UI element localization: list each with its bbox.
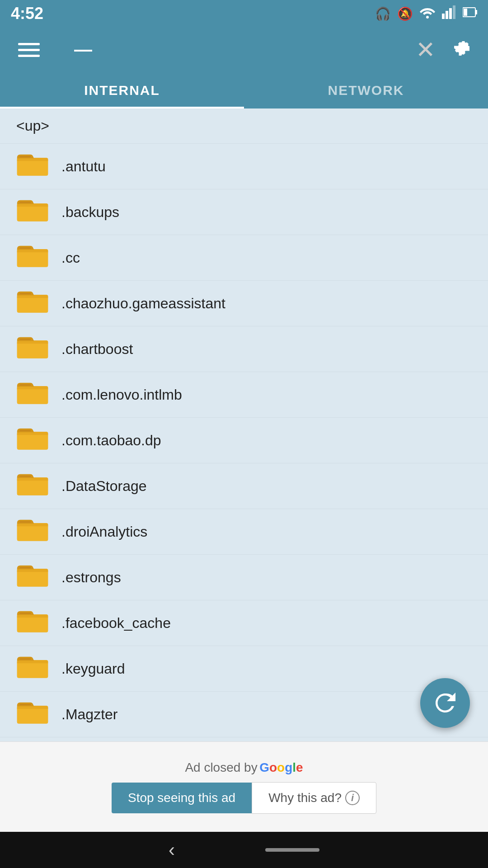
tab-internal-label: INTERNAL xyxy=(84,83,160,98)
folder-icon xyxy=(16,150,49,183)
list-item[interactable]: .Magzter xyxy=(0,692,488,737)
stop-seeing-button[interactable]: Stop seeing this ad xyxy=(112,783,252,813)
refresh-icon xyxy=(432,690,458,716)
tabs: INTERNAL NETWORK xyxy=(0,72,488,108)
folder-icon xyxy=(16,698,49,731)
tab-internal[interactable]: INTERNAL xyxy=(0,72,244,108)
svg-rect-37 xyxy=(17,478,48,495)
folder-name: .antutu xyxy=(61,158,106,175)
ad-google-text: Google xyxy=(259,760,303,775)
settings-button[interactable] xyxy=(450,36,474,63)
breadcrumb-indicator xyxy=(74,50,92,52)
list-item[interactable]: .antutu xyxy=(0,144,488,189)
tab-network-label: NETWORK xyxy=(328,83,404,98)
folder-icon xyxy=(16,196,49,228)
up-item[interactable]: <up> xyxy=(0,108,488,144)
folder-icon xyxy=(16,241,49,274)
fab-refresh-button[interactable] xyxy=(420,678,470,728)
toolbar: ✕ xyxy=(0,27,488,72)
svg-rect-49 xyxy=(17,615,48,632)
svg-rect-11 xyxy=(19,156,31,157)
list-item[interactable]: .backups xyxy=(0,189,488,235)
folder-icon xyxy=(16,470,49,502)
svg-rect-18 xyxy=(17,250,48,252)
svg-rect-35 xyxy=(19,430,31,431)
ad-closed-text: Ad closed by xyxy=(185,760,257,775)
folder-icon xyxy=(16,287,49,320)
folder-name: .backups xyxy=(61,204,119,221)
svg-rect-31 xyxy=(19,384,31,386)
svg-rect-21 xyxy=(17,296,48,313)
svg-rect-4 xyxy=(453,5,455,19)
folder-name: .com.lenovo.intlmb xyxy=(61,387,182,403)
svg-rect-9 xyxy=(17,159,48,176)
list-item[interactable]: .com.lenovo.intlmb xyxy=(0,372,488,418)
hamburger-line-3 xyxy=(18,55,40,57)
svg-rect-14 xyxy=(17,204,48,207)
folder-name: .cc xyxy=(61,250,80,266)
svg-rect-34 xyxy=(17,433,48,435)
hamburger-line-1 xyxy=(18,43,40,45)
svg-rect-27 xyxy=(19,339,31,340)
svg-rect-42 xyxy=(17,524,48,526)
svg-rect-38 xyxy=(17,478,48,481)
svg-point-0 xyxy=(426,16,429,19)
hamburger-line-2 xyxy=(18,49,40,51)
list-item[interactable]: .cc xyxy=(0,235,488,281)
svg-rect-50 xyxy=(17,615,48,618)
svg-rect-30 xyxy=(17,387,48,389)
close-button[interactable]: ✕ xyxy=(416,38,436,61)
folder-icon xyxy=(16,561,49,594)
folders-container: .antutu .backups xyxy=(0,144,488,737)
status-time: 4:52 xyxy=(11,4,43,23)
folder-name: .facebook_cache xyxy=(61,615,171,632)
folder-name: .chaozhuo.gameassistant xyxy=(61,295,225,312)
folder-name: .com.taobao.dp xyxy=(61,432,161,449)
svg-rect-58 xyxy=(17,707,48,709)
list-item[interactable]: .chartboost xyxy=(0,326,488,372)
mute-icon: 🔕 xyxy=(397,6,413,21)
why-this-ad-label: Why this ad? xyxy=(268,791,342,805)
svg-rect-23 xyxy=(19,293,31,294)
svg-rect-7 xyxy=(464,9,467,16)
status-icons: 🎧 🔕 xyxy=(375,5,477,22)
toolbar-right: ✕ xyxy=(416,36,474,63)
svg-rect-41 xyxy=(17,524,48,541)
back-button[interactable]: ‹ xyxy=(169,839,175,861)
info-icon: i xyxy=(345,791,360,805)
list-item[interactable]: .DataStorage xyxy=(0,463,488,509)
svg-rect-25 xyxy=(17,341,48,359)
svg-rect-15 xyxy=(19,202,31,203)
svg-rect-2 xyxy=(446,11,448,19)
svg-rect-54 xyxy=(17,661,48,663)
svg-rect-29 xyxy=(17,387,48,404)
menu-button[interactable] xyxy=(14,39,43,61)
file-list-container: <up> .antutu xyxy=(0,108,488,800)
folder-icon xyxy=(16,378,49,411)
ad-buttons: Stop seeing this ad Why this ad? i xyxy=(112,782,376,814)
tab-network[interactable]: NETWORK xyxy=(244,72,488,108)
list-item[interactable]: .keyguard xyxy=(0,646,488,692)
list-item[interactable]: .droiAnalytics xyxy=(0,509,488,555)
folder-icon xyxy=(16,652,49,685)
list-item[interactable]: .chaozhuo.gameassistant xyxy=(0,281,488,326)
svg-rect-57 xyxy=(17,707,48,724)
svg-rect-46 xyxy=(17,570,48,572)
svg-rect-53 xyxy=(17,661,48,678)
ad-closed-line: Ad closed by Google xyxy=(185,760,303,775)
nav-bar: ‹ xyxy=(0,832,488,868)
headphone-icon: 🎧 xyxy=(375,6,391,21)
svg-rect-43 xyxy=(19,521,31,523)
svg-rect-10 xyxy=(17,159,48,161)
why-this-ad-button[interactable]: Why this ad? i xyxy=(252,782,376,814)
svg-rect-26 xyxy=(17,341,48,344)
home-pill[interactable] xyxy=(265,848,319,852)
svg-rect-39 xyxy=(19,476,31,477)
list-item[interactable]: .com.taobao.dp xyxy=(0,418,488,463)
status-bar: 4:52 🎧 🔕 xyxy=(0,0,488,27)
folder-icon xyxy=(16,333,49,365)
ad-banner: Ad closed by Google Stop seeing this ad … xyxy=(0,741,488,832)
list-item[interactable]: .facebook_cache xyxy=(0,600,488,646)
folder-name: .keyguard xyxy=(61,660,125,677)
list-item[interactable]: .estrongs xyxy=(0,555,488,600)
